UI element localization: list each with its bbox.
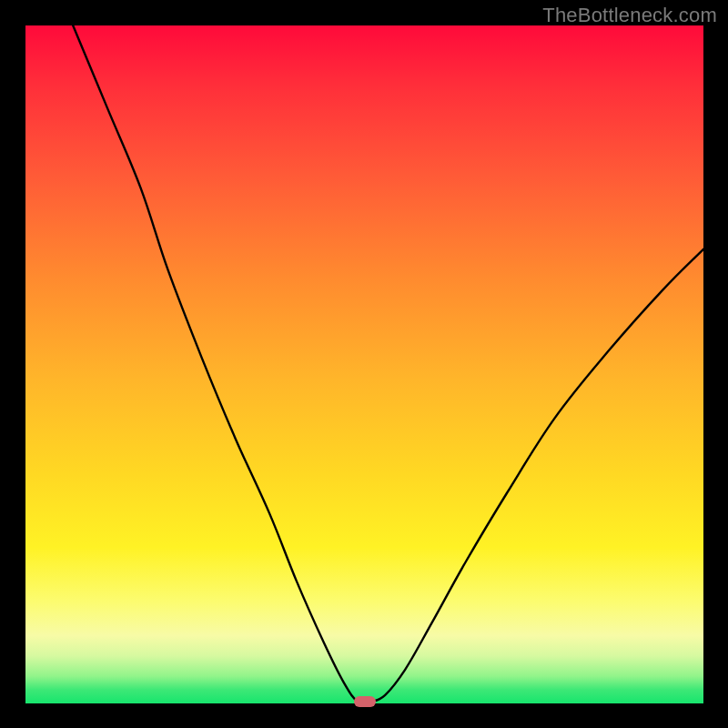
chart-plot-area bbox=[25, 25, 703, 703]
chart-frame: TheBottleneck.com bbox=[0, 0, 728, 728]
watermark-text: TheBottleneck.com bbox=[542, 4, 717, 27]
bottleneck-curve bbox=[25, 25, 703, 703]
minimum-marker bbox=[354, 696, 376, 707]
